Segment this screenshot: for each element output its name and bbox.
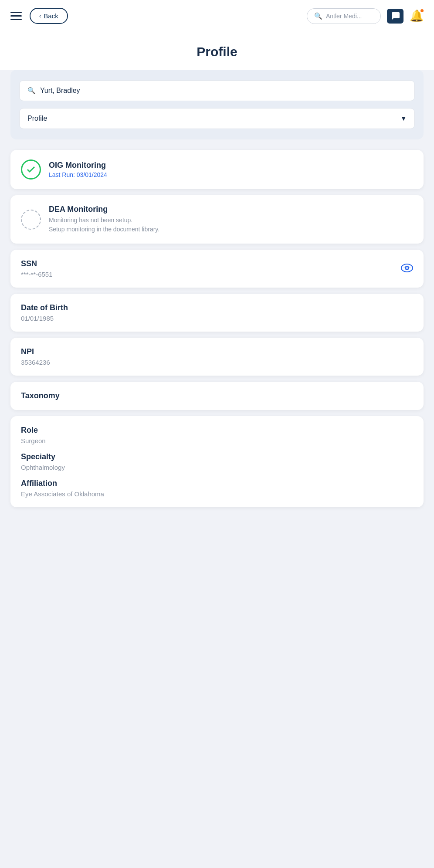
cards-section: OIG Monitoring Last Run: 03/01/2024 DEA …: [0, 150, 434, 518]
hamburger-menu-icon[interactable]: [10, 12, 22, 20]
filter-search-box[interactable]: 🔍: [19, 80, 415, 101]
eye-icon[interactable]: [401, 263, 413, 275]
page-title: Profile: [0, 44, 434, 59]
filter-dropdown[interactable]: Profile ▼: [19, 108, 415, 129]
dea-monitoring-info: DEA Monitoring Monitoring has not been s…: [49, 205, 159, 234]
taxonomy-label: Taxonomy: [21, 391, 413, 400]
dea-monitoring-card: DEA Monitoring Monitoring has not been s…: [10, 195, 424, 244]
svg-point-2: [407, 267, 408, 268]
specialty-label: Specialty: [21, 452, 413, 461]
specialty-value: Ophthalmology: [21, 464, 413, 471]
role-value: Surgeon: [21, 437, 413, 444]
ssn-value: ***-**-6551: [21, 271, 53, 278]
role-specialty-affiliation-card: Role Surgeon Specialty Ophthalmology Aff…: [10, 416, 424, 507]
dea-setup-icon: [21, 210, 41, 230]
dob-label: Date of Birth: [21, 303, 413, 312]
oig-monitoring-card: OIG Monitoring Last Run: 03/01/2024: [10, 150, 424, 189]
dob-value: 01/01/1985: [21, 315, 413, 322]
header-search-box[interactable]: 🔍: [307, 8, 381, 24]
header: ‹ Back 🔍 🔔: [0, 0, 434, 32]
chat-svg: [391, 12, 400, 20]
chevron-left-icon: ‹: [39, 13, 41, 19]
chat-icon: [387, 9, 403, 24]
chat-button[interactable]: [387, 9, 403, 24]
npi-card: NPI 35364236: [10, 338, 424, 376]
search-icon: 🔍: [314, 12, 322, 20]
dea-monitoring-desc: Monitoring has not been setup. Setup mon…: [49, 216, 159, 234]
dob-card: Date of Birth 01/01/1985: [10, 294, 424, 332]
back-button[interactable]: ‹ Back: [30, 8, 68, 24]
filter-dropdown-label: Profile: [27, 115, 47, 122]
dea-desc-line2: Setup monitoring in the document library…: [49, 226, 159, 233]
role-item: Role Surgeon: [21, 426, 413, 444]
taxonomy-card: Taxonomy: [10, 382, 424, 410]
affiliation-item: Affiliation Eye Associates of Oklahoma: [21, 479, 413, 498]
filter-search-input[interactable]: [40, 87, 407, 95]
notification-button[interactable]: 🔔: [410, 9, 424, 23]
notification-dot: [420, 8, 424, 13]
filter-search-icon: 🔍: [27, 87, 36, 95]
header-left: ‹ Back: [10, 8, 68, 24]
back-label: Back: [44, 12, 58, 20]
specialty-item: Specialty Ophthalmology: [21, 452, 413, 471]
header-right: 🔍 🔔: [307, 8, 424, 24]
filter-section: 🔍 Profile ▼: [10, 70, 424, 139]
page-title-section: Profile: [0, 32, 434, 70]
dea-desc-line1: Monitoring has not been setup.: [49, 217, 132, 224]
dea-monitoring-title: DEA Monitoring: [49, 205, 159, 214]
ssn-info: SSN ***-**-6551: [21, 259, 53, 278]
oig-monitoring-subtitle: Last Run: 03/01/2024: [49, 171, 107, 178]
role-label: Role: [21, 426, 413, 435]
ssn-card: SSN ***-**-6551: [10, 250, 424, 288]
ssn-label: SSN: [21, 259, 53, 268]
header-search-input[interactable]: [326, 13, 373, 20]
oig-check-icon: [21, 159, 41, 180]
oig-monitoring-info: OIG Monitoring Last Run: 03/01/2024: [49, 161, 107, 178]
oig-monitoring-title: OIG Monitoring: [49, 161, 107, 170]
npi-value: 35364236: [21, 359, 413, 366]
affiliation-value: Eye Associates of Oklahoma: [21, 490, 413, 498]
affiliation-label: Affiliation: [21, 479, 413, 488]
npi-label: NPI: [21, 347, 413, 356]
chevron-down-icon: ▼: [400, 115, 407, 122]
